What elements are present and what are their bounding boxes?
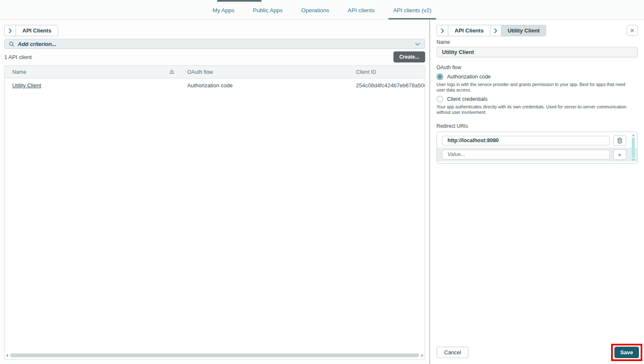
new-redirect-uri-row: + (437, 148, 637, 162)
tab-operations[interactable]: Operations (296, 7, 334, 19)
scroll-right-arrow-icon[interactable] (421, 354, 423, 357)
api-clients-list-panel: API Clients 1 API client Create... Name (0, 20, 429, 364)
save-button-annotation-box: Save (611, 344, 642, 361)
table-horizontal-scrollbar[interactable] (6, 353, 423, 358)
radio-option-client-credentials[interactable]: Client credentials (437, 96, 638, 102)
redirect-uri-row (437, 134, 637, 148)
sort-ascending-icon[interactable] (169, 70, 175, 74)
table-empty-area (5, 92, 425, 353)
radio-unselected-icon[interactable] (437, 96, 443, 102)
radio-description: User logs in with the service provider a… (437, 82, 635, 93)
column-header-name[interactable]: Name (12, 69, 26, 75)
radio-description: Your app authenticates directly with its… (437, 104, 635, 115)
scroll-up-arrow-icon[interactable] (632, 134, 635, 136)
delete-uri-button[interactable] (613, 135, 626, 146)
close-icon: ✕ (630, 27, 635, 34)
client-detail-panel: API Clients Utility Client ✕ Name OAuth … (430, 20, 644, 364)
cancel-button[interactable]: Cancel (437, 347, 469, 358)
chevron-right-icon (494, 28, 497, 33)
radio-selected-icon[interactable] (437, 73, 443, 80)
table-row[interactable]: Utility Client Authorization code 254c08… (5, 78, 425, 92)
chevron-right-icon (8, 28, 12, 33)
breadcrumb-expand-button[interactable] (437, 25, 448, 36)
top-active-indicator-bar (217, 0, 261, 2)
radio-label: Authorization code (447, 74, 491, 80)
detail-breadcrumb: API Clients Utility Client (437, 25, 546, 36)
plus-icon: + (618, 151, 622, 158)
tab-api-clients[interactable]: API clients (343, 7, 379, 19)
redirect-uri-input[interactable] (442, 136, 610, 146)
chevron-down-icon[interactable] (415, 42, 420, 46)
tab-api-clients-v2[interactable]: API clients (v2) (388, 7, 436, 19)
client-count-text: 1 API client (4, 54, 32, 60)
breadcrumb-expand-button-2[interactable] (490, 25, 501, 36)
column-header-client-id[interactable]: Client ID (348, 69, 425, 75)
name-field-label: Name (437, 39, 638, 45)
chevron-right-icon (441, 28, 444, 33)
trash-icon (617, 138, 622, 143)
search-icon (9, 41, 14, 47)
vertical-scrollbar-thumb[interactable] (632, 138, 635, 158)
column-header-oauth-flow[interactable]: OAuth flow (180, 69, 348, 75)
client-name-link[interactable]: Utility Client (12, 82, 41, 89)
scroll-down-arrow-icon[interactable] (632, 159, 635, 161)
breadcrumb-api-clients[interactable]: API Clients (448, 25, 490, 36)
scroll-left-arrow-icon[interactable] (6, 354, 8, 357)
uri-list-scrollbar[interactable] (631, 134, 635, 161)
new-uri-input[interactable] (442, 150, 610, 159)
client-oauth-flow-cell: Authorization code (180, 82, 348, 89)
radio-label: Client credentials (447, 96, 488, 102)
redirect-uris-label: Redirect URIs (437, 123, 638, 129)
save-button[interactable]: Save (614, 347, 639, 358)
left-breadcrumb: API Clients (4, 25, 58, 36)
api-clients-table: Name OAuth flow Client ID Utility Client… (4, 65, 425, 360)
close-panel-button[interactable]: ✕ (627, 25, 638, 36)
radio-option-authorization-code[interactable]: Authorization code (437, 73, 638, 80)
add-uri-button[interactable]: + (613, 149, 626, 160)
redirect-uris-list: + (437, 132, 638, 164)
breadcrumb-expand-button[interactable] (5, 25, 16, 36)
breadcrumb-utility-client[interactable]: Utility Client (501, 25, 546, 36)
tab-my-apps[interactable]: My Apps (208, 7, 239, 19)
breadcrumb-api-clients[interactable]: API Clients (16, 25, 58, 36)
create-button[interactable]: Create... (393, 51, 425, 62)
add-criterion-input[interactable] (18, 41, 415, 47)
top-tab-bar: My Apps Public Apps Operations API clien… (0, 0, 644, 20)
client-id-cell: 254c08d4fc424b7eb678a506a5e (348, 82, 425, 89)
table-header-row: Name OAuth flow Client ID (5, 66, 425, 78)
oauth-flow-label: OAuth flow (437, 65, 638, 70)
filter-bar[interactable] (4, 39, 425, 49)
horizontal-scrollbar-thumb[interactable] (10, 353, 419, 357)
tab-public-apps[interactable]: Public Apps (248, 7, 288, 19)
name-input[interactable] (437, 47, 638, 57)
